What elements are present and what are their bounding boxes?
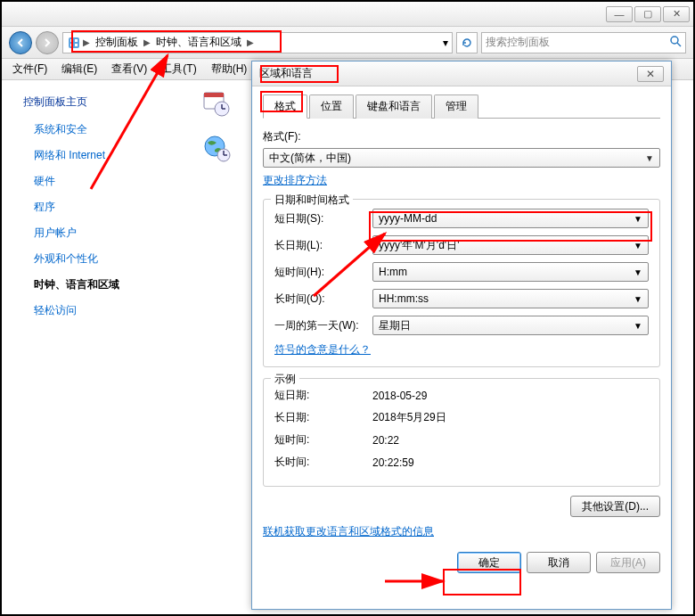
ex-long-time-label: 长时间: [274,455,372,470]
datetime-group-legend: 日期和时间格式 [271,193,353,208]
first-day-label: 一周的第一天(W): [274,318,372,333]
breadcrumb[interactable]: ▶ 控制面板 ▶ 时钟、语言和区域 ▶ ▾ [62,32,453,53]
sidebar-home[interactable]: 控制面板主页 [23,94,180,110]
breadcrumb-item-control-panel[interactable]: 控制面板 [92,35,142,50]
sidebar-item-accounts[interactable]: 用户帐户 [23,226,180,241]
svg-line-6 [677,43,681,46]
format-select-value: 中文(简体，中国) [269,151,351,166]
example-group-legend: 示例 [271,372,299,387]
close-button[interactable]: ✕ [663,6,690,22]
chevron-down-icon: ▼ [634,321,642,331]
chevron-down-icon: ▼ [634,214,642,224]
arrow-left-icon [15,37,26,48]
short-date-select[interactable]: yyyy-MM-dd▼ [372,209,649,228]
short-time-value: H:mm [379,266,407,278]
breadcrumb-sep-icon: ▶ [83,37,90,47]
window-titlebar: — ▢ ✕ [2,2,693,27]
other-settings-button[interactable]: 其他设置(D)... [570,496,660,517]
breadcrumb-sep-icon: ▶ [247,37,254,47]
ex-short-time-label: 短时间: [274,432,372,448]
breadcrumb-dropdown-icon[interactable]: ▾ [443,37,448,49]
menu-edit[interactable]: 编辑(E) [54,60,104,78]
tab-admin[interactable]: 管理 [434,94,478,119]
menu-file[interactable]: 文件(F) [5,60,54,78]
tab-bar: 格式 位置 键盘和语言 管理 [263,94,660,119]
globe-clock-icon [202,134,231,162]
svg-rect-2 [75,39,78,42]
first-day-value: 星期日 [379,318,411,333]
menu-help[interactable]: 帮助(H) [204,60,255,78]
sidebar: 控制面板主页 系统和安全 网络和 Internet 硬件 程序 用户帐户 外观和… [2,80,189,614]
dialog-close-button[interactable]: ✕ [637,66,664,82]
long-date-label: 长日期(L): [274,238,372,253]
menu-view[interactable]: 查看(V) [104,60,154,78]
breadcrumb-item-clock-lang[interactable]: 时钟、语言和区域 [152,35,245,50]
datetime-format-group: 日期和时间格式 短日期(S): yyyy-MM-dd▼ 长日期(L): yyyy… [263,199,660,367]
short-date-value: yyyy-MM-dd [379,212,437,225]
long-time-select[interactable]: HH:mm:ss▼ [372,289,649,308]
sidebar-item-system[interactable]: 系统和安全 [23,122,180,137]
short-date-label: 短日期(S): [274,211,372,226]
short-time-select[interactable]: H:mm▼ [372,262,649,282]
long-time-label: 长时间(O): [274,292,372,307]
ex-short-time-value: 20:22 [372,434,649,447]
svg-rect-1 [70,39,73,42]
menu-tools[interactable]: 工具(T) [154,60,203,78]
format-select[interactable]: 中文(简体，中国) ▼ [263,148,660,168]
sidebar-item-hardware[interactable]: 硬件 [23,174,180,189]
ex-long-date-label: 长日期: [274,410,372,425]
tab-location[interactable]: 位置 [309,94,354,119]
sidebar-item-programs[interactable]: 程序 [23,200,180,215]
tab-keyboard[interactable]: 键盘和语言 [356,94,432,119]
chevron-down-icon: ▼ [634,241,642,251]
long-date-value: yyyy'年'M'月'd'日' [379,238,459,253]
dialog-title: 区域和语言 [259,66,637,81]
arrow-right-icon [42,37,53,48]
sidebar-item-network[interactable]: 网络和 Internet [23,148,180,163]
chevron-down-icon: ▼ [645,153,654,163]
sidebar-item-clock-lang[interactable]: 时钟、语言和区域 [23,277,180,292]
minimize-button[interactable]: — [606,6,633,22]
svg-rect-8 [204,93,224,97]
online-info-link[interactable]: 联机获取更改语言和区域格式的信息 [263,525,434,538]
cancel-button[interactable]: 取消 [527,552,591,573]
sidebar-item-appearance[interactable]: 外观和个性化 [23,251,180,267]
search-input[interactable]: 搜索控制面板 [481,32,686,53]
breadcrumb-sep-icon: ▶ [143,37,151,47]
refresh-icon [461,37,473,49]
dialog-titlebar: 区域和语言 ✕ [252,62,671,86]
ok-button[interactable]: 确定 [457,552,521,573]
chevron-down-icon: ▼ [634,267,642,277]
forward-button[interactable] [36,31,59,54]
example-group: 示例 短日期:2018-05-29 长日期:2018年5月29日 短时间:20:… [263,378,660,487]
ex-long-time-value: 20:22:59 [372,456,649,469]
chevron-down-icon: ▼ [634,294,642,304]
back-button[interactable] [9,31,32,54]
change-sort-link[interactable]: 更改排序方法 [263,174,327,186]
region-language-dialog: 区域和语言 ✕ 格式 位置 键盘和语言 管理 格式(F): 中文(简体，中国) … [251,61,672,610]
dialog-body: 格式 位置 键盘和语言 管理 格式(F): 中文(简体，中国) ▼ 更改排序方法… [252,86,671,582]
calendar-clock-icon [202,89,231,118]
refresh-button[interactable] [456,32,478,53]
control-panel-icon [67,36,81,50]
format-label: 格式(F): [263,129,660,144]
long-time-value: HH:mm:ss [379,292,429,305]
ex-long-date-value: 2018年5月29日 [372,410,649,425]
svg-rect-0 [69,37,79,48]
svg-point-5 [671,37,678,44]
short-time-label: 短时间(H): [274,265,372,280]
apply-button[interactable]: 应用(A) [596,552,660,573]
ex-short-date-label: 短日期: [274,388,372,403]
svg-rect-4 [75,44,78,46]
first-day-select[interactable]: 星期日▼ [372,316,649,335]
sidebar-item-ease[interactable]: 轻松访问 [23,303,180,318]
search-placeholder: 搜索控制面板 [486,35,550,50]
search-icon[interactable] [669,35,682,50]
address-bar: ▶ 控制面板 ▶ 时钟、语言和区域 ▶ ▾ 搜索控制面板 [2,27,693,59]
notation-meaning-link[interactable]: 符号的含意是什么？ [274,343,371,356]
tab-format[interactable]: 格式 [263,94,307,119]
maximize-button[interactable]: ▢ [634,6,661,22]
svg-rect-3 [70,44,73,46]
ex-short-date-value: 2018-05-29 [372,390,649,402]
long-date-select[interactable]: yyyy'年'M'月'd'日'▼ [372,235,649,255]
